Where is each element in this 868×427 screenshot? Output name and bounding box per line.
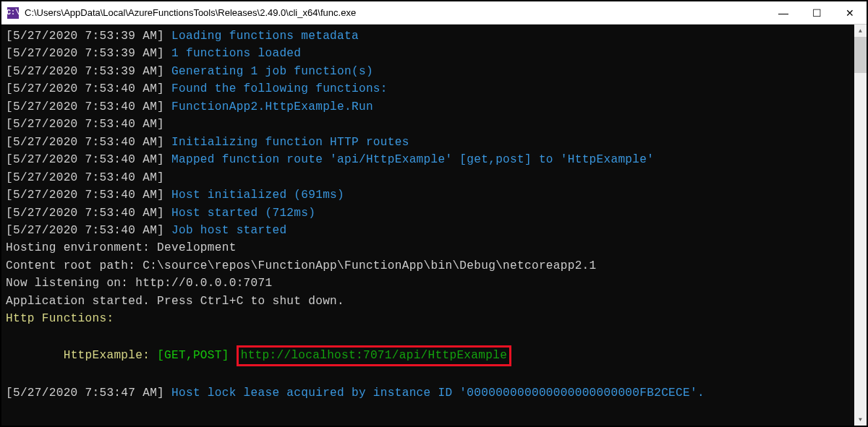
- timestamp: [5/27/2020 7:53:40 AM]: [6, 82, 171, 95]
- indent: [6, 349, 64, 362]
- log-line: Content root path: C:\source\repos\Funct…: [6, 257, 850, 275]
- titlebar-left: C:\ C:\Users\AppData\Local\AzureFunction…: [1, 7, 356, 19]
- blank-line: [6, 366, 850, 384]
- console-output[interactable]: [5/27/2020 7:53:39 AM] Loading functions…: [1, 25, 854, 426]
- maximize-button[interactable]: ☐: [800, 1, 833, 24]
- timestamp: [5/27/2020 7:53:40 AM]: [6, 118, 171, 131]
- log-line: Application started. Press Ctrl+C to shu…: [6, 293, 850, 310]
- app-icon: C:\: [7, 7, 19, 19]
- timestamp: [5/27/2020 7:53:40 AM]: [6, 189, 171, 202]
- timestamp: [5/27/2020 7:53:39 AM]: [6, 65, 171, 78]
- function-name: HttpExample:: [64, 349, 157, 362]
- function-methods: [GET,POST]: [157, 349, 237, 362]
- timestamp: [5/27/2020 7:53:40 AM]: [6, 136, 171, 149]
- log-line: [5/27/2020 7:53:40 AM]: [6, 116, 850, 133]
- log-line: [5/27/2020 7:53:40 AM] Initializing func…: [6, 134, 850, 151]
- log-line: [5/27/2020 7:53:40 AM]: [6, 169, 850, 186]
- function-url[interactable]: http://localhost:7071/api/HttpExample: [241, 349, 507, 362]
- timestamp: [5/27/2020 7:53:39 AM]: [6, 47, 171, 60]
- blank-line: [6, 328, 850, 345]
- minimize-button[interactable]: —: [767, 1, 800, 24]
- log-message: Host lock lease acquired by instance ID …: [171, 387, 705, 400]
- timestamp: [5/27/2020 7:53:40 AM]: [6, 100, 171, 113]
- timestamp: [5/27/2020 7:53:40 AM]: [6, 153, 171, 166]
- log-message: Content root path: C:\source\repos\Funct…: [6, 259, 597, 272]
- titlebar: C:\ C:\Users\AppData\Local\AzureFunction…: [1, 1, 867, 25]
- console-wrapper: [5/27/2020 7:53:39 AM] Loading functions…: [1, 25, 867, 426]
- log-line: [5/27/2020 7:53:40 AM] Job host started: [6, 222, 850, 239]
- timestamp: [5/27/2020 7:53:39 AM]: [6, 30, 171, 43]
- highlighted-url-box: http://localhost:7071/api/HttpExample: [237, 345, 511, 366]
- log-line: [5/27/2020 7:53:39 AM] Generating 1 job …: [6, 63, 850, 80]
- log-line: [5/27/2020 7:53:39 AM] Loading functions…: [6, 27, 850, 45]
- log-message: Now listening on: http://0.0.0.0:7071: [6, 277, 272, 290]
- log-message: Job host started: [171, 224, 286, 237]
- window-controls: — ☐ ✕: [767, 1, 867, 24]
- log-line: [5/27/2020 7:53:40 AM] Host started (712…: [6, 204, 850, 222]
- log-message: 1 functions loaded: [171, 47, 301, 60]
- log-message: Host started (712ms): [171, 207, 315, 220]
- scroll-down-icon[interactable]: ▼: [854, 413, 867, 426]
- log-message: Application started. Press Ctrl+C to shu…: [6, 295, 344, 308]
- http-function-line: HttpExample: [GET,POST] http://localhost…: [6, 345, 850, 366]
- log-line: Hosting environment: Development: [6, 239, 850, 256]
- vertical-scrollbar[interactable]: ▲ ▼: [854, 25, 867, 426]
- timestamp: [5/27/2020 7:53:47 AM]: [6, 387, 171, 400]
- scroll-thumb[interactable]: [854, 37, 867, 73]
- log-line: [5/27/2020 7:53:40 AM] Found the followi…: [6, 80, 850, 98]
- section-header: Http Functions:: [6, 310, 850, 327]
- terminal-window: C:\ C:\Users\AppData\Local\AzureFunction…: [1, 1, 867, 426]
- log-message: Generating 1 job function(s): [171, 65, 373, 78]
- timestamp: [5/27/2020 7:53:40 AM]: [6, 171, 171, 184]
- log-message: Hosting environment: Development: [6, 241, 237, 254]
- log-message: Host initialized (691ms): [171, 189, 344, 202]
- log-message: Found the following functions:: [171, 82, 388, 95]
- log-message: Initializing function HTTP routes: [171, 136, 409, 149]
- log-message: Loading functions metadata: [171, 30, 359, 43]
- window-title: C:\Users\AppData\Local\AzureFunctionsToo…: [25, 7, 356, 18]
- timestamp: [5/27/2020 7:53:40 AM]: [6, 207, 171, 220]
- log-line: [5/27/2020 7:53:40 AM] FunctionApp2.Http…: [6, 98, 850, 116]
- log-message: Mapped function route 'api/HttpExample' …: [171, 153, 654, 166]
- log-line: Now listening on: http://0.0.0.0:7071: [6, 275, 850, 292]
- close-button[interactable]: ✕: [833, 1, 867, 24]
- log-line: [5/27/2020 7:53:39 AM] 1 functions loade…: [6, 45, 850, 62]
- log-message: FunctionApp2.HttpExample.Run: [171, 100, 373, 113]
- log-line: [5/27/2020 7:53:40 AM] Mapped function r…: [6, 151, 850, 168]
- timestamp: [5/27/2020 7:53:40 AM]: [6, 224, 171, 237]
- log-line: [5/27/2020 7:53:40 AM] Host initialized …: [6, 186, 850, 204]
- scroll-up-icon[interactable]: ▲: [854, 25, 867, 37]
- log-line: [5/27/2020 7:53:47 AM] Host lock lease a…: [6, 384, 850, 402]
